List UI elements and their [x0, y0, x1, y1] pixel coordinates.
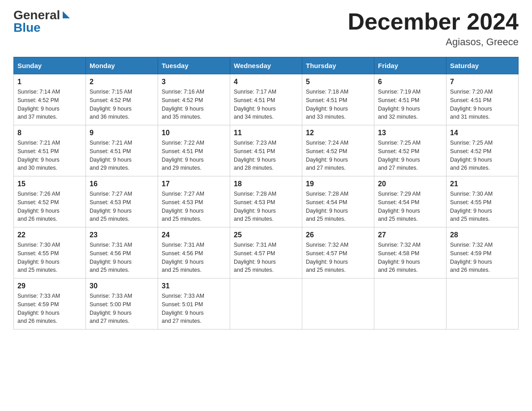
day-number: 25	[234, 231, 298, 239]
day-info: Sunrise: 7:33 AM Sunset: 4:59 PM Dayligh…	[17, 292, 82, 325]
table-row: 30 Sunrise: 7:33 AM Sunset: 5:00 PM Dayl…	[86, 278, 158, 330]
day-number: 11	[234, 129, 298, 137]
logo-arrow-icon	[61, 11, 70, 20]
table-row	[230, 278, 302, 330]
svg-marker-0	[63, 11, 70, 18]
day-info: Sunrise: 7:26 AM Sunset: 4:52 PM Dayligh…	[17, 190, 82, 223]
day-number: 8	[17, 129, 82, 137]
logo-general: General	[13, 9, 60, 21]
header-wednesday: Wednesday	[230, 57, 302, 74]
table-row: 15 Sunrise: 7:26 AM Sunset: 4:52 PM Dayl…	[14, 176, 86, 227]
table-row: 8 Sunrise: 7:21 AM Sunset: 4:51 PM Dayli…	[14, 125, 86, 176]
day-number: 31	[162, 282, 226, 290]
table-row	[446, 278, 519, 330]
day-info: Sunrise: 7:21 AM Sunset: 4:51 PM Dayligh…	[17, 139, 82, 172]
day-number: 24	[162, 231, 226, 239]
day-info: Sunrise: 7:27 AM Sunset: 4:53 PM Dayligh…	[90, 190, 154, 223]
table-row: 7 Sunrise: 7:20 AM Sunset: 4:51 PM Dayli…	[446, 74, 519, 125]
day-info: Sunrise: 7:29 AM Sunset: 4:54 PM Dayligh…	[378, 190, 442, 223]
day-number: 2	[90, 78, 154, 86]
day-number: 30	[90, 282, 154, 290]
table-row: 18 Sunrise: 7:28 AM Sunset: 4:53 PM Dayl…	[230, 176, 302, 227]
day-info: Sunrise: 7:32 AM Sunset: 4:58 PM Dayligh…	[378, 241, 442, 274]
day-info: Sunrise: 7:23 AM Sunset: 4:51 PM Dayligh…	[234, 139, 298, 172]
page-header: General Blue December 2024 Agiasos, Gree…	[13, 9, 519, 48]
calendar-week-row: 1 Sunrise: 7:14 AM Sunset: 4:52 PM Dayli…	[14, 74, 519, 125]
table-row: 27 Sunrise: 7:32 AM Sunset: 4:58 PM Dayl…	[374, 227, 446, 278]
day-number: 27	[378, 231, 442, 239]
table-row: 26 Sunrise: 7:32 AM Sunset: 4:57 PM Dayl…	[302, 227, 374, 278]
table-row: 21 Sunrise: 7:30 AM Sunset: 4:55 PM Dayl…	[446, 176, 519, 227]
table-row: 19 Sunrise: 7:28 AM Sunset: 4:54 PM Dayl…	[302, 176, 374, 227]
day-number: 1	[17, 78, 82, 86]
table-row: 12 Sunrise: 7:24 AM Sunset: 4:52 PM Dayl…	[302, 125, 374, 176]
day-info: Sunrise: 7:27 AM Sunset: 4:53 PM Dayligh…	[162, 190, 226, 223]
day-info: Sunrise: 7:33 AM Sunset: 5:00 PM Dayligh…	[90, 292, 154, 325]
table-row: 10 Sunrise: 7:22 AM Sunset: 4:51 PM Dayl…	[158, 125, 230, 176]
day-info: Sunrise: 7:32 AM Sunset: 4:59 PM Dayligh…	[450, 241, 515, 274]
day-info: Sunrise: 7:30 AM Sunset: 4:55 PM Dayligh…	[17, 241, 82, 274]
table-row: 25 Sunrise: 7:31 AM Sunset: 4:57 PM Dayl…	[230, 227, 302, 278]
day-number: 10	[162, 129, 226, 137]
day-info: Sunrise: 7:31 AM Sunset: 4:56 PM Dayligh…	[162, 241, 226, 274]
day-number: 20	[378, 180, 442, 188]
day-number: 21	[450, 180, 515, 188]
day-info: Sunrise: 7:33 AM Sunset: 5:01 PM Dayligh…	[162, 292, 226, 325]
day-info: Sunrise: 7:32 AM Sunset: 4:57 PM Dayligh…	[306, 241, 370, 274]
calendar-week-row: 8 Sunrise: 7:21 AM Sunset: 4:51 PM Dayli…	[14, 125, 519, 176]
header-thursday: Thursday	[302, 57, 374, 74]
day-number: 28	[450, 231, 515, 239]
day-info: Sunrise: 7:28 AM Sunset: 4:54 PM Dayligh…	[306, 190, 370, 223]
table-row: 11 Sunrise: 7:23 AM Sunset: 4:51 PM Dayl…	[230, 125, 302, 176]
day-number: 5	[306, 78, 370, 86]
day-number: 23	[90, 231, 154, 239]
calendar-table: Sunday Monday Tuesday Wednesday Thursday…	[13, 57, 519, 330]
table-row: 23 Sunrise: 7:31 AM Sunset: 4:56 PM Dayl…	[86, 227, 158, 278]
header-saturday: Saturday	[446, 57, 519, 74]
header-sunday: Sunday	[14, 57, 86, 74]
table-row: 20 Sunrise: 7:29 AM Sunset: 4:54 PM Dayl…	[374, 176, 446, 227]
month-title: December 2024	[348, 9, 519, 34]
day-info: Sunrise: 7:21 AM Sunset: 4:51 PM Dayligh…	[90, 139, 154, 172]
table-row: 9 Sunrise: 7:21 AM Sunset: 4:51 PM Dayli…	[86, 125, 158, 176]
day-number: 26	[306, 231, 370, 239]
table-row: 6 Sunrise: 7:19 AM Sunset: 4:51 PM Dayli…	[374, 74, 446, 125]
day-number: 16	[90, 180, 154, 188]
calendar-header-row: Sunday Monday Tuesday Wednesday Thursday…	[14, 57, 519, 74]
day-info: Sunrise: 7:30 AM Sunset: 4:55 PM Dayligh…	[450, 190, 515, 223]
table-row: 22 Sunrise: 7:30 AM Sunset: 4:55 PM Dayl…	[14, 227, 86, 278]
table-row	[302, 278, 374, 330]
day-number: 14	[450, 129, 515, 137]
day-info: Sunrise: 7:18 AM Sunset: 4:51 PM Dayligh…	[306, 88, 370, 121]
logo: General Blue	[13, 9, 70, 34]
day-number: 17	[162, 180, 226, 188]
day-info: Sunrise: 7:17 AM Sunset: 4:51 PM Dayligh…	[234, 88, 298, 121]
title-area: December 2024 Agiasos, Greece	[348, 9, 519, 48]
day-info: Sunrise: 7:15 AM Sunset: 4:52 PM Dayligh…	[90, 88, 154, 121]
table-row: 31 Sunrise: 7:33 AM Sunset: 5:01 PM Dayl…	[158, 278, 230, 330]
table-row: 4 Sunrise: 7:17 AM Sunset: 4:51 PM Dayli…	[230, 74, 302, 125]
table-row: 17 Sunrise: 7:27 AM Sunset: 4:53 PM Dayl…	[158, 176, 230, 227]
calendar-week-row: 22 Sunrise: 7:30 AM Sunset: 4:55 PM Dayl…	[14, 227, 519, 278]
table-row	[374, 278, 446, 330]
day-number: 13	[378, 129, 442, 137]
day-info: Sunrise: 7:25 AM Sunset: 4:52 PM Dayligh…	[378, 139, 442, 172]
day-number: 4	[234, 78, 298, 86]
day-info: Sunrise: 7:28 AM Sunset: 4:53 PM Dayligh…	[234, 190, 298, 223]
day-info: Sunrise: 7:16 AM Sunset: 4:52 PM Dayligh…	[162, 88, 226, 121]
day-number: 6	[378, 78, 442, 86]
table-row: 1 Sunrise: 7:14 AM Sunset: 4:52 PM Dayli…	[14, 74, 86, 125]
location: Agiasos, Greece	[348, 36, 519, 48]
day-number: 12	[306, 129, 370, 137]
table-row: 3 Sunrise: 7:16 AM Sunset: 4:52 PM Dayli…	[158, 74, 230, 125]
day-number: 3	[162, 78, 226, 86]
logo-blue: Blue	[13, 21, 41, 34]
day-number: 15	[17, 180, 82, 188]
day-info: Sunrise: 7:20 AM Sunset: 4:51 PM Dayligh…	[450, 88, 515, 121]
day-info: Sunrise: 7:22 AM Sunset: 4:51 PM Dayligh…	[162, 139, 226, 172]
day-info: Sunrise: 7:31 AM Sunset: 4:57 PM Dayligh…	[234, 241, 298, 274]
table-row: 28 Sunrise: 7:32 AM Sunset: 4:59 PM Dayl…	[446, 227, 519, 278]
day-number: 29	[17, 282, 82, 290]
table-row: 16 Sunrise: 7:27 AM Sunset: 4:53 PM Dayl…	[86, 176, 158, 227]
day-number: 9	[90, 129, 154, 137]
